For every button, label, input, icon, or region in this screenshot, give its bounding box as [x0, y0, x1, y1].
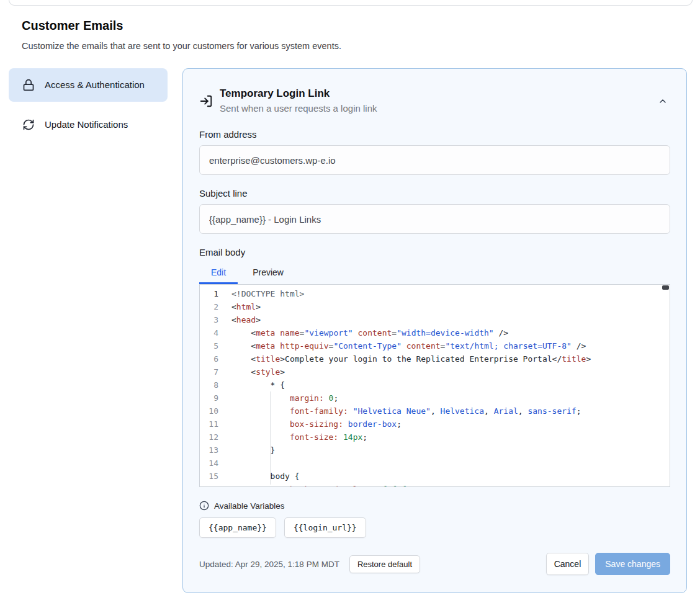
sidebar: Access & Authentication Update Notificat… — [9, 68, 168, 148]
line-number: 12 — [200, 431, 218, 444]
line-number: 10 — [200, 405, 218, 418]
previous-card-bottom-edge — [9, 0, 693, 6]
page-subtitle: Customize the emails that are sent to yo… — [22, 41, 341, 51]
line-number: 11 — [200, 418, 218, 431]
sidebar-item-label: Update Notifications — [45, 117, 128, 132]
page-title: Customer Emails — [22, 19, 123, 33]
editor-scrollbar-thumb[interactable] — [662, 285, 669, 290]
line-number: 7 — [200, 365, 218, 378]
subject-line-label: Subject line — [199, 188, 670, 199]
from-address-input[interactable] — [199, 145, 670, 175]
variable-chip-app-name[interactable]: {{app_name}} — [199, 517, 276, 538]
available-variables-label: Available Variables — [214, 501, 285, 511]
tab-edit[interactable]: Edit — [199, 262, 238, 284]
line-number: 6 — [200, 352, 218, 365]
sidebar-item-access-authentication[interactable]: Access & Authentication — [9, 68, 168, 102]
code-line: 2<html> — [200, 300, 670, 313]
line-number: 9 — [200, 391, 218, 405]
code-line: 8 * { — [200, 378, 670, 391]
from-address-label: From address — [199, 129, 670, 140]
login-icon — [199, 94, 213, 108]
cancel-button[interactable]: Cancel — [546, 553, 590, 575]
info-icon — [199, 501, 209, 511]
code-line: 7 <style> — [200, 365, 670, 378]
panel-footer: Updated: Apr 29, 2025, 1:18 PM MDT Resto… — [199, 553, 670, 575]
code-editor[interactable]: 1<!DOCTYPE html>2<html>3<head>4 <meta na… — [199, 284, 670, 487]
email-settings-panel: Temporary Login Link Sent when a user re… — [182, 68, 687, 593]
panel-header: Temporary Login Link Sent when a user re… — [199, 86, 670, 115]
line-number: 2 — [200, 300, 218, 313]
panel-title: Temporary Login Link — [220, 86, 377, 101]
code-line: 6 <title>Complete your login to the Repl… — [200, 352, 670, 365]
line-number: 13 — [200, 444, 218, 457]
line-number: 14 — [200, 457, 218, 470]
lock-icon — [22, 79, 35, 91]
variable-chip-login-url[interactable]: {{login_url}} — [284, 517, 366, 538]
sidebar-item-label: Access & Authentication — [45, 78, 145, 92]
indent-guide — [270, 391, 271, 485]
updated-timestamp: Updated: Apr 29, 2025, 1:18 PM MDT — [199, 560, 339, 569]
editor-tabs: Edit Preview — [199, 262, 670, 284]
line-number: 16 — [200, 483, 218, 487]
panel-subtitle: Sent when a user requests a login link — [220, 101, 377, 115]
line-number: 15 — [200, 470, 218, 483]
sync-icon — [22, 118, 35, 131]
collapse-chevron-button[interactable] — [655, 94, 670, 109]
line-number: 8 — [200, 378, 218, 391]
chevron-up-icon — [658, 96, 668, 106]
save-changes-button[interactable]: Save changes — [595, 553, 670, 575]
code-line: 3<head> — [200, 313, 670, 326]
line-number: 4 — [200, 326, 218, 339]
subject-line-input[interactable] — [199, 204, 670, 234]
restore-default-button[interactable]: Restore default — [349, 555, 420, 573]
line-number: 3 — [200, 313, 218, 326]
email-body-label: Email body — [199, 247, 670, 257]
tab-preview[interactable]: Preview — [241, 262, 295, 284]
available-variables-row: Available Variables — [199, 501, 670, 511]
line-number: 5 — [200, 339, 218, 352]
code-line: 5 <meta http-equiv="Content-Type" conten… — [200, 339, 670, 352]
code-line: 1<!DOCTYPE html> — [200, 287, 670, 300]
line-number: 1 — [200, 287, 218, 300]
sidebar-item-update-notifications[interactable]: Update Notifications — [9, 108, 168, 141]
variable-chips: {{app_name}} {{login_url}} — [199, 517, 670, 538]
code-line: 4 <meta name="viewport" content="width=d… — [200, 326, 670, 339]
